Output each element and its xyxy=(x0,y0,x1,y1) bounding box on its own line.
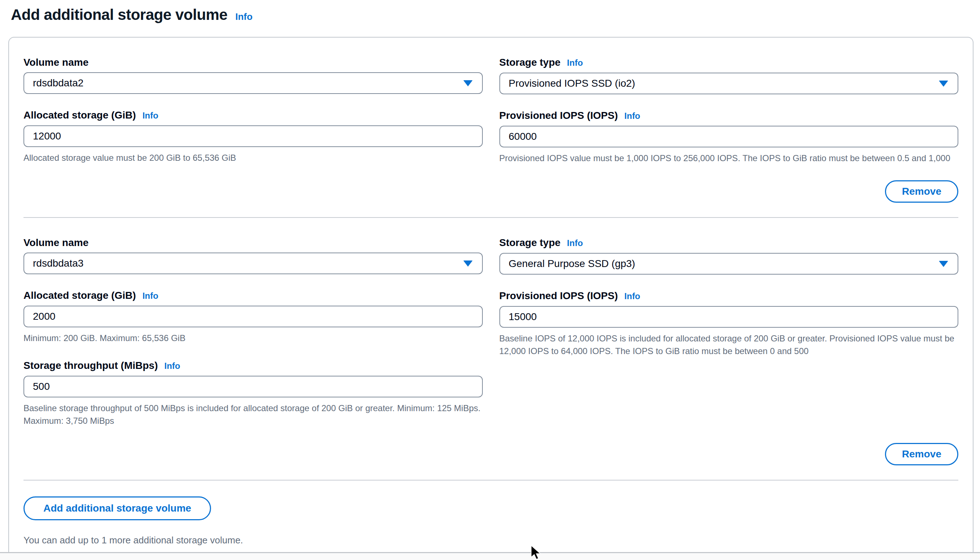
add-storage-volume-button[interactable]: Add additional storage volume xyxy=(23,497,211,520)
storage-type-field-2: Storage type Info General Purpose SSD (g… xyxy=(499,237,959,275)
volume-1-right-column: Storage type Info Provisioned IOPS SSD (… xyxy=(499,57,959,164)
allocated-storage-label: Allocated storage (GiB) xyxy=(23,289,136,302)
allocated-storage-input-1[interactable] xyxy=(23,125,483,147)
storage-type-select-value: General Purpose SSD (gp3) xyxy=(509,258,635,270)
volume-name-select-value: rdsdbdata3 xyxy=(33,258,83,269)
page-header: Add additional storage volume Info xyxy=(0,0,980,24)
storage-throughput-info-link[interactable]: Info xyxy=(164,360,180,372)
volume-name-select-value: rdsdbdata2 xyxy=(33,77,83,89)
storage-type-select-1[interactable]: Provisioned IOPS SSD (io2) xyxy=(499,73,959,94)
section-divider xyxy=(23,480,958,480)
volume-2-left-column: Volume name rdsdbdata3 Allocated storage… xyxy=(23,237,483,427)
volume-name-select-2[interactable]: rdsdbdata3 xyxy=(23,253,483,274)
remove-volume-button-2[interactable]: Remove xyxy=(885,443,958,465)
allocated-storage-field-2: Allocated storage (GiB) Info Minimum: 20… xyxy=(23,289,483,344)
volume-name-label: Volume name xyxy=(23,57,88,68)
storage-type-label: Storage type xyxy=(499,57,561,68)
volume-2-right-column: Storage type Info General Purpose SSD (g… xyxy=(499,237,959,357)
page-title: Add additional storage volume xyxy=(11,6,227,24)
storage-type-field-1: Storage type Info Provisioned IOPS SSD (… xyxy=(499,57,959,94)
volume-section-2: Volume name rdsdbdata3 Allocated storage… xyxy=(23,237,958,465)
storage-type-select-2[interactable]: General Purpose SSD (gp3) xyxy=(499,253,959,275)
volume-name-field-2: Volume name rdsdbdata3 xyxy=(23,237,483,274)
allocated-storage-label: Allocated storage (GiB) xyxy=(23,109,136,122)
remove-volume-button-1[interactable]: Remove xyxy=(885,180,958,203)
provisioned-iops-input-2[interactable] xyxy=(499,306,959,328)
allocated-storage-hint: Minimum: 200 GiB. Maximum: 65,536 GiB xyxy=(23,332,483,344)
allocated-storage-info-link[interactable]: Info xyxy=(142,290,158,302)
storage-type-select-value: Provisioned IOPS SSD (io2) xyxy=(509,78,635,89)
volume-name-field-1: Volume name rdsdbdata2 xyxy=(23,57,483,94)
provisioned-iops-info-link[interactable]: Info xyxy=(625,110,640,122)
caret-down-icon xyxy=(939,261,948,267)
provisioned-iops-info-link[interactable]: Info xyxy=(625,290,640,302)
mouse-cursor-icon xyxy=(530,545,543,560)
provisioned-iops-label: Provisioned IOPS (IOPS) xyxy=(499,110,618,122)
volume-name-select-1[interactable]: rdsdbdata2 xyxy=(23,72,483,94)
provisioned-iops-field-1: Provisioned IOPS (IOPS) Info Provisioned… xyxy=(499,110,959,164)
add-limit-note: You can add up to 1 more additional stor… xyxy=(23,535,958,546)
allocated-storage-field-1: Allocated storage (GiB) Info Allocated s… xyxy=(23,109,483,164)
card-footer: Add additional storage volume You can ad… xyxy=(23,497,958,546)
allocated-storage-hint: Allocated storage value must be 200 GiB … xyxy=(23,152,483,164)
storage-type-label: Storage type xyxy=(499,237,561,249)
caret-down-icon xyxy=(939,80,948,87)
provisioned-iops-input-1[interactable] xyxy=(499,126,959,147)
volume-name-label: Volume name xyxy=(23,237,88,249)
storage-throughput-input[interactable] xyxy=(23,376,483,397)
page-title-info-link[interactable]: Info xyxy=(235,11,253,22)
provisioned-iops-hint: Baseline IOPS of 12,000 IOPS is included… xyxy=(499,332,959,357)
storage-type-info-link[interactable]: Info xyxy=(567,237,583,249)
allocated-storage-input-2[interactable] xyxy=(23,306,483,327)
storage-type-info-link[interactable]: Info xyxy=(567,57,583,69)
provisioned-iops-hint: Provisioned IOPS value must be 1,000 IOP… xyxy=(499,152,959,164)
storage-throughput-label: Storage throughput (MiBps) xyxy=(23,360,158,372)
section-divider xyxy=(23,217,958,218)
caret-down-icon xyxy=(463,80,473,87)
volume-1-left-column: Volume name rdsdbdata2 Allocated storage… xyxy=(23,57,483,164)
allocated-storage-info-link[interactable]: Info xyxy=(142,110,158,122)
bottom-strip xyxy=(0,552,980,560)
storage-throughput-hint: Baseline storage throughput of 500 MiBps… xyxy=(23,402,483,427)
storage-throughput-field: Storage throughput (MiBps) Info Baseline… xyxy=(23,360,483,427)
storage-volume-card: Volume name rdsdbdata2 Allocated storage… xyxy=(8,37,973,557)
provisioned-iops-label: Provisioned IOPS (IOPS) xyxy=(499,290,618,302)
provisioned-iops-field-2: Provisioned IOPS (IOPS) Info Baseline IO… xyxy=(499,290,959,357)
volume-section-1: Volume name rdsdbdata2 Allocated storage… xyxy=(23,57,958,203)
caret-down-icon xyxy=(463,260,473,267)
